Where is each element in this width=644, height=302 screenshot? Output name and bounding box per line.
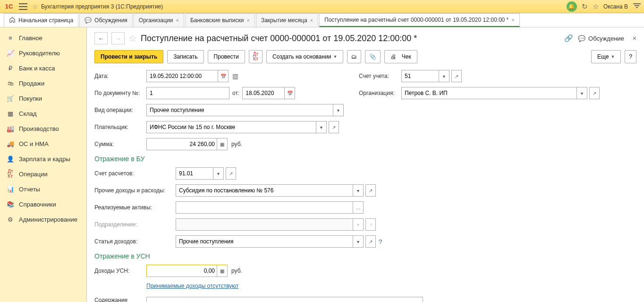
sidebar-label: Отчеты [19, 186, 40, 193]
open-icon[interactable]: ↗ [451, 70, 462, 82]
sum-label: Сумма: [94, 141, 146, 147]
user-name[interactable]: Оксана В [603, 3, 628, 10]
calc-acc-label: Счет расчетов: [94, 170, 176, 177]
account-label: Счет учета: [359, 73, 401, 79]
sidebar-item-production[interactable]: 🏭Производство [0, 121, 86, 136]
calc-acc-input[interactable] [176, 167, 213, 180]
chevron-down-icon[interactable]: ▾ [353, 235, 364, 248]
chevron-down-icon[interactable]: ▾ [213, 167, 224, 180]
tab-discuss[interactable]: 💬 Обсуждения [79, 13, 133, 27]
close-icon[interactable]: × [310, 17, 313, 23]
chevron-down-icon[interactable]: ▾ [316, 121, 327, 133]
open-icon[interactable]: ↗ [226, 167, 236, 180]
notifications-icon[interactable]: 🔔 [567, 1, 577, 12]
calc-icon[interactable]: ▦ [217, 138, 228, 150]
sidebar-item-reports[interactable]: 📊Отчеты [0, 181, 86, 197]
favorite-star-icon[interactable]: ☆ [32, 3, 38, 10]
open-icon: ↗ [365, 218, 376, 231]
sidebar-item-bank[interactable]: ₽Банк и касса [0, 60, 86, 76]
chevron-down-icon[interactable]: ▾ [577, 87, 587, 99]
sidebar-item-operations[interactable]: ДтКтОперации [0, 166, 86, 181]
forward-button[interactable]: → [111, 32, 125, 44]
tab-bank[interactable]: Банковские выписки × [185, 13, 255, 27]
sidebar-item-osnma[interactable]: 🚚ОС и НМА [0, 136, 86, 151]
logo-1c: 1C [3, 2, 15, 11]
calendar-icon[interactable]: 📅 [285, 87, 295, 99]
sidebar-item-sales[interactable]: 🛍Продажи [0, 76, 86, 91]
other-inc-input[interactable] [176, 184, 353, 197]
ellipsis-icon[interactable]: … [353, 201, 364, 214]
tabbar: Начальная страница 💬 Обсуждения Организа… [0, 13, 644, 27]
usn-income-input[interactable] [146, 265, 217, 277]
close-icon[interactable]: × [633, 35, 636, 42]
more-button[interactable]: Еще▼ [591, 50, 621, 63]
open-icon[interactable]: ↗ [365, 184, 376, 197]
sidebar-item-salary[interactable]: 👤Зарплата и кадры [0, 151, 86, 166]
link-icon[interactable]: 🔗 [564, 34, 573, 43]
open-icon[interactable]: ↗ [365, 235, 376, 248]
sidebar-item-main[interactable]: ≡Главное [0, 30, 86, 45]
assets-input[interactable] [176, 201, 353, 214]
discussion-button[interactable]: 💬 Обсуждение [578, 35, 624, 42]
receipt-button[interactable]: 🖨 Чек [384, 50, 417, 63]
sidebar-item-warehouse[interactable]: ▦Склад [0, 106, 86, 121]
tab-month[interactable]: Закрытие месяца × [256, 13, 318, 27]
calendar-icon[interactable]: 📅 [218, 70, 229, 82]
dept-label: Подразделение: [94, 221, 176, 228]
other-inc-label: Прочие доходы и расходы: [94, 187, 176, 194]
create-based-label: Создать на основании [272, 53, 331, 60]
favorite-star-icon[interactable]: ☆ [128, 33, 137, 44]
sidebar-label: Продажи [19, 80, 44, 87]
titlebar: 1C ☆ Бухгалтерия предприятия 3 (1С:Предп… [0, 0, 644, 13]
open-icon[interactable]: ↗ [329, 121, 339, 133]
usn-note-link[interactable]: Принимаемые доходы отсутствуют [146, 283, 239, 289]
tab-label: Закрытие месяца [261, 17, 307, 24]
home-icon [9, 17, 16, 25]
main-menu-icon[interactable] [19, 3, 27, 10]
boxes-icon: ▦ [7, 110, 14, 117]
history-icon[interactable]: ↻ [582, 2, 588, 11]
sidebar-label: Покупки [19, 95, 42, 102]
post-and-close-button[interactable]: Провести и закрыть [94, 50, 163, 63]
tab-orgs[interactable]: Организации × [134, 13, 184, 27]
close-icon[interactable]: × [511, 17, 514, 23]
payer-input[interactable] [146, 121, 316, 133]
settings-icon[interactable] [633, 3, 641, 10]
account-input[interactable] [401, 70, 439, 82]
from-date-input[interactable] [242, 87, 285, 99]
calc-icon[interactable]: ▦ [217, 265, 228, 277]
close-icon[interactable]: × [176, 17, 178, 23]
org-input[interactable] [401, 87, 577, 99]
sidebar-item-purchases[interactable]: 🛒Покупки [0, 91, 86, 106]
bag-icon: 🛍 [7, 79, 14, 87]
tab-document[interactable]: Поступление на расчетный счет 0000-00000… [319, 13, 520, 27]
help-icon[interactable]: ? [379, 238, 382, 245]
kudir-input[interactable] [146, 297, 423, 302]
income-item-input[interactable] [176, 235, 353, 248]
favorites-icon[interactable]: ☆ [593, 2, 599, 11]
chevron-down-icon[interactable]: ▾ [353, 184, 364, 197]
optype-input[interactable] [146, 104, 333, 116]
chevron-down-icon[interactable]: ▾ [439, 70, 449, 82]
sidebar-item-manager[interactable]: 📈Руководителю [0, 45, 86, 60]
tab-home[interactable]: Начальная страница [4, 13, 78, 27]
list-icon: ≡ [7, 34, 14, 42]
attach-button[interactable]: 📎 [365, 50, 381, 63]
sum-input[interactable] [146, 138, 217, 150]
dtkt-button[interactable]: ДтКт [249, 50, 263, 63]
post-button[interactable]: Провести [208, 50, 245, 63]
sidebar-item-catalogs[interactable]: 📚Справочники [0, 197, 86, 212]
write-button[interactable]: Записать [167, 50, 203, 63]
sidebar-item-admin[interactable]: ⚙Администрирование [0, 212, 86, 227]
chevron-down-icon[interactable]: ▾ [333, 104, 344, 116]
back-button[interactable]: ← [94, 32, 108, 44]
date-input[interactable] [146, 70, 218, 82]
create-based-button[interactable]: Создать на основании▼ [266, 50, 343, 63]
close-icon[interactable]: × [246, 17, 249, 23]
related-button[interactable]: 🗂 [347, 50, 361, 63]
open-icon[interactable]: ↗ [589, 87, 600, 99]
help-button[interactable]: ? [625, 50, 636, 63]
tab-label: Поступление на расчетный счет 0000-00000… [324, 17, 508, 23]
docnum-input[interactable] [146, 87, 229, 99]
app-title: Бухгалтерия предприятия 3 (1С:Предприяти… [41, 3, 567, 10]
